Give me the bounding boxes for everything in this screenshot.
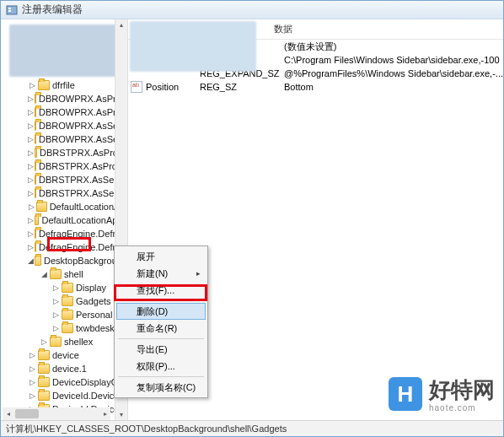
expand-icon[interactable]: ▷: [28, 175, 34, 185]
list-row[interactable]: PositionREG_SZBottom: [128, 80, 503, 94]
tree-node[interactable]: ▷DBROWPRX.AsServer: [26, 119, 127, 132]
tree-label: dfrfile: [52, 80, 75, 90]
tree-node[interactable]: ▷DefragEngine.DefragE: [26, 240, 127, 254]
registry-tree[interactable]: ▷dfrfile▷DBROWPRX.AsProxy▷DBROWPRX.AsPro…: [1, 19, 127, 420]
expand-icon[interactable]: ▷: [28, 135, 34, 144]
context-menu: 展开 新建(N) 查找(F)... 删除(D) 重命名(R) 导出(E) 权限(…: [114, 245, 208, 398]
menu-delete[interactable]: 删除(D): [116, 303, 206, 320]
tree-node[interactable]: ▷DBROWPRX.AsServer.: [26, 132, 127, 146]
scroll-left-icon[interactable]: ◂: [3, 408, 13, 419]
folder-icon: [35, 229, 36, 239]
expand-icon[interactable]: ▷: [28, 148, 34, 158]
watermark-sub: haote.com: [429, 403, 495, 413]
tree-node[interactable]: ▷DBRSTPRX.AsProxy.1: [26, 159, 127, 173]
hscroll-track[interactable]: [13, 407, 99, 420]
menu-expand[interactable]: 展开: [116, 248, 206, 265]
tree-node[interactable]: ▷dfrfile: [26, 78, 127, 92]
expand-icon[interactable]: ▷: [28, 94, 34, 104]
tree-node[interactable]: ▷DeviceDisplayO: [26, 375, 127, 389]
tree-node[interactable]: ▷DefragEngine.DefragE: [26, 227, 127, 240]
expand-icon[interactable]: ▷: [28, 162, 34, 171]
expand-icon[interactable]: ▷: [28, 243, 34, 252]
blurred-region: [9, 24, 127, 77]
folder-icon: [35, 215, 39, 225]
tree-node[interactable]: ▷DeviceId.Device: [26, 389, 127, 402]
statusbar-path: 计算机\HKEY_CLASSES_ROOT\DesktopBackground\…: [6, 423, 287, 435]
menu-copykey[interactable]: 复制项名称(C): [116, 379, 206, 396]
expand-icon[interactable]: ◢: [28, 256, 34, 266]
tree-node[interactable]: ◢DesktopBackground: [26, 254, 127, 267]
tree-label: shell: [64, 269, 83, 279]
folder-icon: [38, 377, 50, 387]
folder-icon: [62, 283, 73, 293]
expand-icon[interactable]: ▷: [28, 351, 37, 360]
menu-rename[interactable]: 重命名(R): [116, 320, 206, 337]
folder-icon: [35, 148, 37, 158]
hscroll-thumb[interactable]: [15, 409, 39, 418]
tree-node[interactable]: ▷DefaultLocationApi: [26, 200, 127, 213]
folder-icon: [50, 337, 62, 347]
tree-node[interactable]: ▷device: [26, 348, 127, 362]
svg-rect-1: [8, 8, 11, 9]
menu-find[interactable]: 查找(F)...: [116, 282, 206, 299]
folder-icon: [35, 175, 36, 185]
menu-separator: [118, 376, 204, 377]
expand-icon[interactable]: ▷: [51, 283, 61, 293]
expand-icon[interactable]: ▷: [51, 310, 61, 320]
expand-icon[interactable]: ▷: [40, 337, 49, 347]
watermark-text: 好特网: [429, 377, 495, 402]
expand-icon[interactable]: ▷: [28, 364, 37, 374]
folder-icon: [35, 242, 36, 252]
main-area: ▷dfrfile▷DBROWPRX.AsProxy▷DBROWPRX.AsPro…: [1, 19, 503, 420]
folder-icon: [35, 94, 36, 104]
tree-hscrollbar[interactable]: ◂ ▸: [3, 407, 110, 420]
menu-new[interactable]: 新建(N): [116, 265, 206, 282]
expand-icon[interactable]: ▷: [28, 391, 37, 401]
menu-permissions[interactable]: 权限(P)...: [116, 358, 206, 375]
tree-node[interactable]: ▷DBROWPRX.AsProxy.1: [26, 105, 127, 119]
expand-icon[interactable]: ▷: [28, 378, 37, 387]
expand-icon[interactable]: ▷: [28, 189, 34, 198]
menu-separator: [118, 300, 204, 301]
folder-icon: [62, 296, 73, 306]
value-data: @%ProgramFiles%\Windows Sidebar\sidebar.…: [284, 68, 503, 78]
tree-label: Display: [76, 283, 106, 293]
expand-icon[interactable]: ▷: [51, 297, 61, 306]
folder-icon: [38, 80, 50, 90]
expand-icon[interactable]: ◢: [40, 270, 49, 279]
tree-node[interactable]: ▷DBRSTPRX.AsServer.1: [26, 186, 127, 200]
tree-label: txwbdesk: [76, 323, 115, 333]
scroll-up-icon[interactable]: ▴: [116, 19, 127, 30]
scroll-down-icon[interactable]: ▾: [116, 409, 127, 420]
statusbar: 计算机\HKEY_CLASSES_ROOT\DesktopBackground\…: [1, 420, 503, 437]
expand-icon[interactable]: ▷: [28, 81, 37, 90]
tree-node[interactable]: ▷DBRSTPRX.AsProxy: [26, 146, 127, 159]
col-data[interactable]: 数据: [267, 21, 299, 37]
menu-export[interactable]: 导出(E): [116, 341, 206, 358]
tree-label: Gadgets: [76, 296, 111, 306]
folder-icon: [38, 364, 50, 374]
regedit-icon: [6, 4, 18, 16]
expand-icon[interactable]: ▷: [28, 216, 34, 225]
expand-icon[interactable]: ▷: [51, 324, 61, 333]
value-data: Bottom: [284, 82, 503, 92]
tree-node[interactable]: ▷DBROWPRX.AsProxy: [26, 92, 127, 105]
expand-icon[interactable]: ▷: [28, 121, 34, 131]
folder-icon: [35, 188, 36, 198]
expand-icon[interactable]: ▷: [28, 229, 34, 239]
watermark-logo: H: [389, 377, 422, 411]
svg-rect-0: [7, 6, 17, 14]
folder-icon: [38, 350, 50, 360]
folder-icon: [36, 202, 46, 212]
tree-node[interactable]: ▷DefaultLocationApi.1: [26, 213, 127, 227]
expand-icon[interactable]: ▷: [28, 202, 35, 212]
folder-icon: [35, 161, 36, 171]
folder-icon: [38, 391, 50, 401]
expand-icon[interactable]: ▷: [28, 108, 34, 117]
tree-node[interactable]: ▷DBRSTPRX.AsServer: [26, 173, 127, 186]
tree-label: Personal: [76, 310, 112, 320]
scroll-right-icon[interactable]: ▸: [99, 408, 110, 419]
folder-icon: [62, 323, 73, 333]
window-title: 注册表编辑器: [22, 3, 83, 17]
tree-node[interactable]: ▷device.1: [26, 362, 127, 375]
